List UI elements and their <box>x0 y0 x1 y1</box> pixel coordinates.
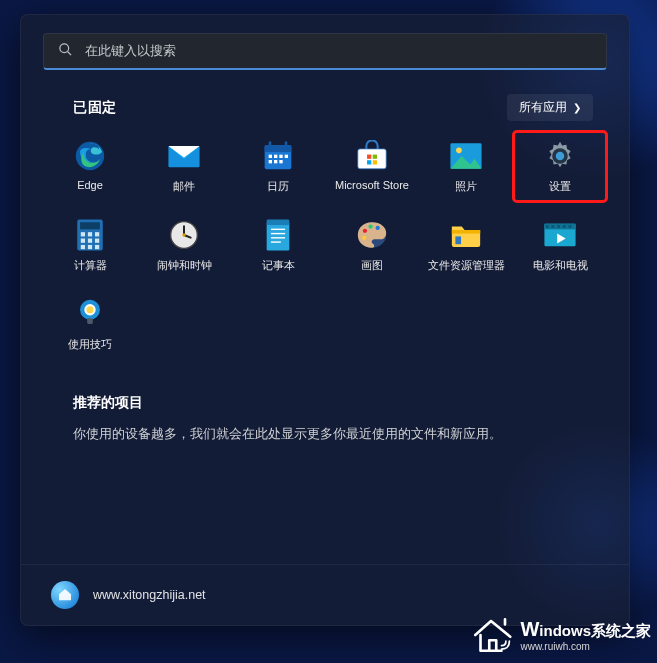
app-tile-store[interactable]: Microsoft Store <box>325 131 419 202</box>
app-tile-edge[interactable]: Edge <box>43 131 137 202</box>
svg-rect-21 <box>367 160 371 164</box>
calendar-icon <box>261 139 295 173</box>
svg-point-53 <box>376 226 380 230</box>
watermark-house-icon <box>470 615 512 655</box>
svg-rect-61 <box>557 225 560 228</box>
svg-rect-36 <box>81 245 85 249</box>
app-tile-settings[interactable]: 设置 <box>513 131 607 202</box>
svg-point-0 <box>60 43 69 52</box>
search-box[interactable]: 在此键入以搜索 <box>43 33 607 70</box>
svg-rect-44 <box>267 222 290 250</box>
recommended-title: 推荐的项目 <box>73 394 593 412</box>
recommended-section: 推荐的项目 你使用的设备越多，我们就会在此处显示更多你最近使用的文件和新应用。 <box>73 394 593 443</box>
watermark: Windows系统之家 www.ruiwh.com <box>470 615 651 655</box>
app-label: 计算器 <box>74 258 107 273</box>
svg-rect-7 <box>265 145 292 152</box>
svg-rect-31 <box>88 232 92 236</box>
svg-rect-59 <box>546 225 549 228</box>
svg-rect-63 <box>569 225 572 228</box>
svg-rect-12 <box>279 155 282 158</box>
notepad-icon <box>261 218 295 252</box>
app-tile-explorer[interactable]: 文件资源管理器 <box>419 210 513 281</box>
app-label: Microsoft Store <box>335 179 409 191</box>
svg-point-51 <box>363 229 367 233</box>
app-tile-notepad[interactable]: 记事本 <box>231 210 325 281</box>
svg-rect-34 <box>88 239 92 243</box>
svg-rect-56 <box>455 236 461 244</box>
pinned-title: 已固定 <box>73 99 117 117</box>
footer-url: www.xitongzhijia.net <box>93 588 206 602</box>
movies-icon <box>543 218 577 252</box>
app-label: 文件资源管理器 <box>428 258 505 273</box>
svg-rect-38 <box>95 245 99 249</box>
svg-rect-16 <box>279 160 282 163</box>
explorer-icon <box>449 218 483 252</box>
photos-icon <box>449 139 483 173</box>
app-tile-movies[interactable]: 电影和电视 <box>513 210 607 281</box>
svg-rect-32 <box>95 232 99 236</box>
tips-icon <box>73 297 107 331</box>
app-label: 使用技巧 <box>68 337 112 352</box>
svg-point-52 <box>368 224 372 228</box>
all-apps-label: 所有应用 <box>519 99 567 116</box>
svg-rect-60 <box>552 225 555 228</box>
svg-rect-9 <box>285 141 288 148</box>
svg-rect-8 <box>269 141 272 148</box>
svg-rect-29 <box>80 222 100 229</box>
svg-rect-13 <box>285 155 288 158</box>
svg-rect-11 <box>274 155 277 158</box>
app-label: 记事本 <box>262 258 295 273</box>
svg-rect-45 <box>267 219 290 225</box>
app-label: 闹钟和时钟 <box>157 258 212 273</box>
app-tile-tips[interactable]: 使用技巧 <box>43 289 137 360</box>
start-menu: 在此键入以搜索 已固定 所有应用 ❯ Edge邮件日历Microsoft Sto… <box>20 14 630 626</box>
svg-rect-62 <box>563 225 566 228</box>
svg-rect-20 <box>373 155 377 159</box>
svg-point-43 <box>182 233 185 236</box>
svg-rect-22 <box>373 160 377 164</box>
mail-icon <box>167 139 201 173</box>
clock-icon <box>167 218 201 252</box>
svg-line-1 <box>68 51 71 54</box>
chevron-right-icon: ❯ <box>573 102 581 113</box>
svg-rect-37 <box>88 245 92 249</box>
app-label: 日历 <box>267 179 289 194</box>
recommended-text: 你使用的设备越多，我们就会在此处显示更多你最近使用的文件和新应用。 <box>73 426 593 443</box>
app-tile-photos[interactable]: 照片 <box>419 131 513 202</box>
search-placeholder: 在此键入以搜索 <box>85 42 176 60</box>
app-tile-mail[interactable]: 邮件 <box>137 131 231 202</box>
app-label: 画图 <box>361 258 383 273</box>
svg-rect-17 <box>358 149 386 169</box>
svg-rect-33 <box>81 239 85 243</box>
pinned-grid: Edge邮件日历Microsoft Store照片设置计算器闹钟和时钟记事本画图… <box>43 131 607 360</box>
all-apps-button[interactable]: 所有应用 ❯ <box>507 94 593 121</box>
settings-icon <box>543 139 577 173</box>
svg-rect-35 <box>95 239 99 243</box>
app-label: Edge <box>77 179 103 191</box>
app-label: 邮件 <box>173 179 195 194</box>
svg-point-24 <box>456 148 462 154</box>
svg-rect-14 <box>269 160 272 163</box>
app-tile-calculator[interactable]: 计算器 <box>43 210 137 281</box>
svg-point-27 <box>556 152 565 161</box>
app-tile-clock[interactable]: 闹钟和时钟 <box>137 210 231 281</box>
watermark-sub: www.ruiwh.com <box>520 641 651 652</box>
calculator-icon <box>73 218 107 252</box>
paint-icon <box>355 218 389 252</box>
app-label: 电影和电视 <box>533 258 588 273</box>
svg-rect-19 <box>367 155 371 159</box>
edge-icon <box>73 139 107 173</box>
svg-rect-10 <box>269 155 272 158</box>
svg-rect-55 <box>452 230 480 234</box>
app-label: 设置 <box>549 179 571 194</box>
footer-logo-icon <box>51 581 79 609</box>
app-tile-calendar[interactable]: 日历 <box>231 131 325 202</box>
svg-rect-15 <box>274 160 277 163</box>
app-tile-paint[interactable]: 画图 <box>325 210 419 281</box>
svg-rect-68 <box>87 318 93 324</box>
svg-point-67 <box>86 306 93 313</box>
store-icon <box>355 139 389 173</box>
search-icon <box>58 42 73 61</box>
watermark-brand: indows <box>539 622 591 639</box>
app-label: 照片 <box>455 179 477 194</box>
